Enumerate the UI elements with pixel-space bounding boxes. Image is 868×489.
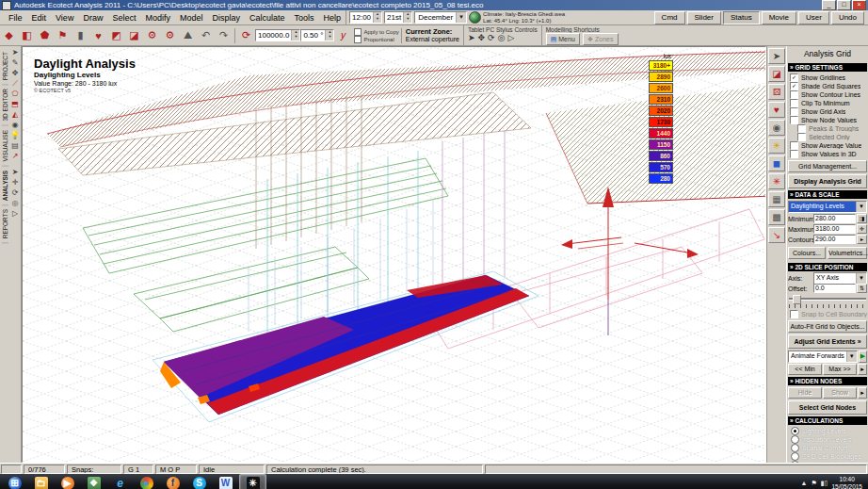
mode-button-movie[interactable]: Movie [762, 11, 796, 24]
sun-icon[interactable]: ☀ [768, 138, 785, 154]
section-calculations[interactable]: » CALCULATIONS [788, 416, 867, 425]
orbit-view-icon[interactable]: ⟳ [12, 188, 19, 198]
walk-icon[interactable]: ▷ [507, 33, 514, 42]
export-arrow-icon[interactable]: ↘ [768, 227, 785, 243]
axes-icon[interactable]: 𝑦 [334, 26, 352, 44]
tab-reports[interactable]: REPORTS [2, 205, 8, 243]
taskbar-ecotect-icon[interactable]: ✳ [239, 474, 266, 489]
tray-expand-icon[interactable]: ▲ [801, 480, 808, 486]
radio-spatial-comfort[interactable]: Spatial Comfort [788, 444, 867, 452]
volumetrics-button[interactable]: Volumetrics... [828, 247, 867, 259]
pan-icon[interactable]: ✥ [477, 33, 485, 42]
offset-spinner[interactable]: ⇅ [857, 284, 867, 293]
day-spinner[interactable]: 21st▲▼ [384, 11, 412, 24]
trim-object-icon[interactable]: ◪ [125, 26, 143, 44]
tab-project[interactable]: PROJECT [2, 48, 8, 85]
cut-object-icon[interactable]: ◩ [107, 26, 125, 44]
maximum-fit-icon[interactable]: ✛ [857, 224, 867, 234]
draw-zone-icon[interactable]: ⬒ [11, 100, 19, 109]
dice-grid-icon[interactable]: ⚄ [768, 84, 785, 100]
menu-calculate[interactable]: Calculate [245, 13, 290, 23]
mode-button-user[interactable]: User [798, 11, 829, 24]
offset-input[interactable]: 0.0 [813, 284, 856, 293]
select-grid-nodes-button[interactable]: Select Grid Nodes [788, 400, 867, 415]
menu-modify[interactable]: Modify [140, 13, 175, 23]
taskbar-media-player-icon[interactable]: ▶ [55, 475, 80, 489]
tab-visualise[interactable]: VISUALISE [2, 126, 8, 167]
rays-icon[interactable]: ✳ [768, 173, 785, 189]
zone-wedge-icon[interactable]: ◧ [18, 26, 36, 44]
checkbox-peaks-troughs[interactable]: Peaks & Troughs [788, 124, 867, 133]
mode-button-status[interactable]: Status [723, 11, 760, 24]
animate-dropdown[interactable]: Animate Forwards▼ [788, 350, 858, 363]
taskbar-clock[interactable]: 10:40 15/05/2015 [831, 476, 862, 489]
min-button[interactable]: << Min [788, 364, 822, 375]
blue-box-icon[interactable]: ◼ [768, 155, 785, 171]
max-button[interactable]: Max >> [823, 364, 857, 375]
menu-view[interactable]: View [51, 13, 78, 23]
shortcuts-menu-button[interactable]: ▤Menu [546, 33, 580, 45]
axis-dropdown[interactable]: XY Axis▼ [813, 272, 867, 285]
draw-poly-icon[interactable]: ⬠ [12, 90, 19, 99]
menu-help[interactable]: Help [319, 13, 346, 23]
radio-load-cfd-data[interactable]: Load CFD Data [788, 461, 867, 463]
maximum-input[interactable]: 3180.00 [813, 224, 856, 234]
angle-snap-spinner[interactable]: 0.50 °▲▼ [300, 29, 334, 41]
zone-cube-icon[interactable]: ◆ [0, 26, 18, 44]
menu-model[interactable]: Model [175, 13, 208, 23]
section-grid-settings[interactable]: » GRID SETTINGS [788, 63, 867, 72]
minimize-button[interactable]: _ [822, 0, 836, 10]
zone-panel-icon[interactable]: ⬟ [36, 26, 54, 44]
checkbox-shade-grid-squares[interactable]: ✓Shade Grid Squares [788, 82, 867, 90]
snap-cell-checkbox[interactable]: Snap to Cell Boundary [788, 310, 867, 318]
grid-cursor-icon[interactable]: ➤ [768, 48, 785, 64]
zone-flag-icon[interactable]: ⚑ [54, 26, 72, 44]
undo-icon[interactable]: ↶ [197, 26, 215, 44]
vector-icon[interactable]: ↗ [12, 152, 19, 161]
node-edit-icon[interactable]: ✎ [12, 58, 19, 68]
offset-slider[interactable] [789, 295, 866, 302]
network-icon[interactable]: ▮▯ [821, 480, 828, 487]
taskbar-firefox-icon[interactable]: f [160, 475, 185, 489]
camera-icon[interactable]: ◉ [12, 121, 19, 130]
radio-insolation-levels[interactable]: Insolation Levels [788, 435, 867, 444]
grid-icon[interactable]: ▦ [768, 191, 785, 207]
section-hidden-nodes[interactable]: » HIDDEN NODES [788, 377, 867, 385]
maximize-button[interactable]: □ [837, 0, 851, 10]
minimum-lock-icon[interactable]: ◨ [857, 214, 867, 223]
time-spinner[interactable]: 12:00▲▼ [349, 11, 382, 24]
play-icon[interactable]: ▶ [859, 350, 867, 363]
nodes-step-button[interactable]: ▸ [858, 387, 867, 399]
radio-lighting-levels[interactable]: Lighting Levels [788, 427, 867, 435]
menu-file[interactable]: File [4, 13, 27, 23]
solid-object-icon[interactable]: ♥ [89, 26, 107, 44]
apply-to-copy-checkbox[interactable]: Apply to Copy [354, 28, 398, 36]
minimum-input[interactable]: 280.00 [813, 214, 856, 223]
lamp-icon[interactable]: 💡 [10, 131, 20, 140]
menu-edit[interactable]: Edit [27, 13, 52, 23]
checkbox-selected-only[interactable]: Selected Only [788, 133, 867, 141]
show-button[interactable]: Show [823, 387, 857, 399]
tab-analysis[interactable]: ANALYSIS [2, 167, 8, 205]
checkbox-clip-to-minimum[interactable]: Clip To Minimum [788, 99, 867, 107]
visibility-eye-icon[interactable]: ◉ [768, 120, 785, 136]
gear-icon[interactable]: ⚙ [143, 26, 161, 44]
proportional-checkbox[interactable]: Proportional [354, 36, 398, 43]
contours-more-icon[interactable]: ▸ [857, 235, 867, 244]
gears-icon[interactable]: ⚙ [161, 26, 179, 44]
radio-cfd-cell-blockages[interactable]: CFD Cell Blockages [788, 452, 867, 461]
draw-roof-icon[interactable]: ◭ [12, 110, 18, 120]
action-center-flag-icon[interactable]: ⚑ [811, 480, 816, 487]
cursor-icon[interactable]: ➤ [12, 168, 19, 177]
taskbar-word-icon[interactable]: W [213, 475, 238, 489]
shadow-display-icon[interactable]: ◪ [768, 66, 785, 82]
taskbar-chrome-icon[interactable]: ● [134, 475, 159, 489]
pan-hand-icon[interactable]: ✛ [12, 178, 19, 187]
mode-button-slider[interactable]: Slider [687, 11, 721, 24]
menu-display[interactable]: Display [207, 13, 245, 23]
mode-button-cmd[interactable]: Cmd [654, 11, 685, 24]
adjust-grid-extents-button[interactable]: Adjust Grid Extents » [788, 334, 867, 349]
checkbox-show-node-values[interactable]: Show Node Values [788, 116, 867, 124]
viewport-canvas[interactable]: Daylight Analysis Daylighting Levels Val… [22, 46, 766, 463]
shortcuts-zones-button[interactable]: ❖Zones [583, 33, 619, 45]
